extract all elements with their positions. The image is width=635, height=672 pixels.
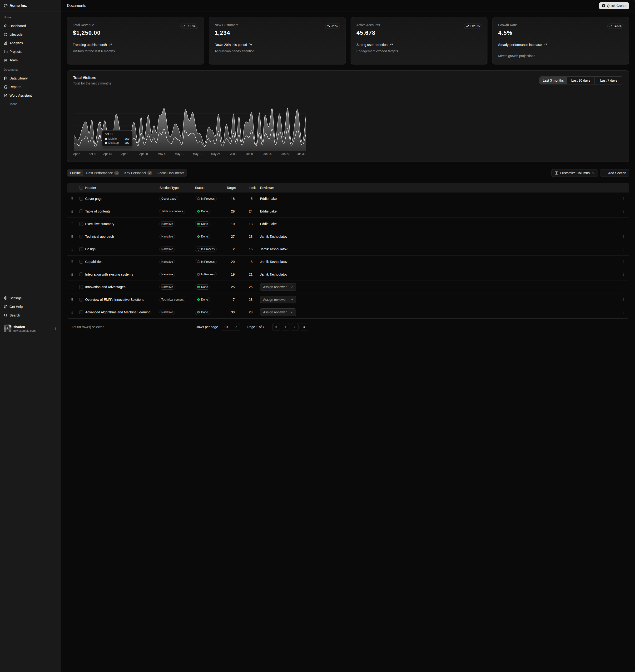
svg-text:Apr 8: Apr 8 [89,152,95,156]
svg-text:May 5: May 5 [158,152,166,156]
svg-text:Apr 21: Apr 21 [122,152,130,156]
svg-text:Jun 15: Jun 15 [263,152,271,156]
svg-text:Apr 14: Apr 14 [103,152,112,156]
svg-text:Jun 30: Jun 30 [297,152,305,156]
svg-text:May 19: May 19 [193,152,202,156]
svg-text:Apr 2: Apr 2 [73,152,80,156]
svg-text:Jun 2: Jun 2 [230,152,237,156]
svg-text:May 12: May 12 [175,152,184,156]
svg-text:Jun 22: Jun 22 [281,152,289,156]
svg-text:May 26: May 26 [211,152,221,156]
svg-text:Apr 28: Apr 28 [139,152,148,156]
svg-text:Jun 8: Jun 8 [246,152,253,156]
